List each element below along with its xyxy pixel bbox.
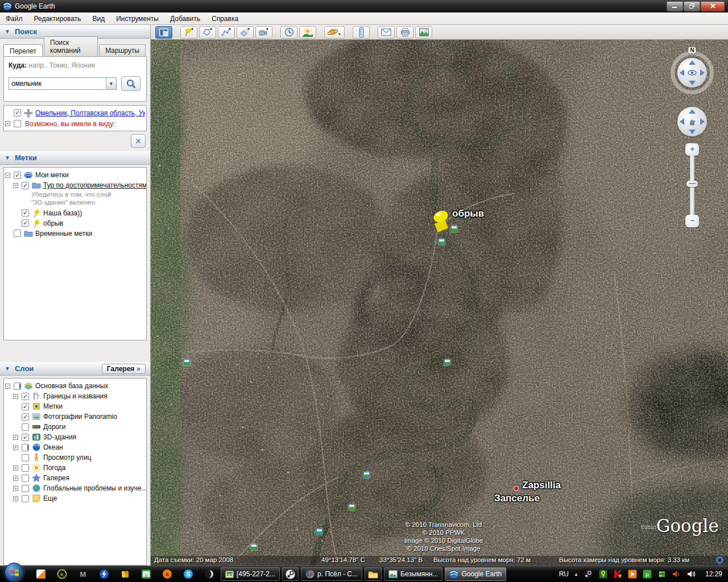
save-image-button[interactable] <box>415 26 432 39</box>
taskbar-window-google-earth[interactable]: Google Earth <box>445 567 506 581</box>
checkbox[interactable]: ✓ <box>22 413 29 421</box>
zoom-out-button[interactable]: − <box>685 215 699 227</box>
expand-icon[interactable]: + <box>13 476 18 481</box>
search-input[interactable] <box>9 78 106 89</box>
icq-tray-icon[interactable] <box>657 569 667 579</box>
move-right-arrow-icon[interactable] <box>700 118 705 125</box>
checkbox[interactable]: ✓ <box>22 219 29 227</box>
tab-directions[interactable]: Маршруты <box>99 44 146 56</box>
taskbar-clock[interactable]: 12:29 <box>705 570 722 578</box>
expand-icon[interactable]: + <box>13 465 18 471</box>
expand-icon[interactable]: + <box>13 445 18 450</box>
taskbar-window-paint[interactable]: Безымянн... <box>384 567 442 581</box>
checkbox[interactable]: ✓ <box>22 423 29 431</box>
tab-fly-to[interactable]: Перелет <box>3 44 43 57</box>
checkbox[interactable]: ✓ <box>22 454 29 462</box>
show-hidden-icons-button[interactable]: ▲ <box>574 572 578 577</box>
zoom-in-button[interactable]: + <box>685 143 699 156</box>
panoramio-photo-icon[interactable] <box>363 472 370 478</box>
toggle-sidebar-button[interactable] <box>155 26 172 39</box>
media-player-icon[interactable] <box>204 568 215 580</box>
checkbox[interactable]: ✓ <box>22 403 29 410</box>
tab-find-businesses[interactable]: Поиск компаний <box>44 36 98 56</box>
result-checkbox[interactable]: ✓ <box>14 109 21 117</box>
look-left-arrow-icon[interactable] <box>680 69 684 76</box>
checkbox[interactable]: ✓ <box>22 485 29 492</box>
layer-gallery[interactable]: + ✓ Галерея <box>13 473 145 483</box>
start-button[interactable] <box>5 563 24 582</box>
suggestion-checkbox[interactable]: ✓ <box>14 120 21 127</box>
volume-red-tray-icon[interactable] <box>672 569 682 579</box>
tree-item-obryv[interactable]: ✓ обрыв <box>13 218 145 228</box>
expand-icon[interactable]: + <box>13 496 18 501</box>
taskbar-window-firefox[interactable]: р. Псёл - С... <box>301 567 362 581</box>
planets-button[interactable] <box>324 26 345 39</box>
tree-item-nasha-baza[interactable]: ✓ Наша база)) <box>13 208 145 218</box>
volume-tray-icon[interactable] <box>687 569 697 579</box>
tree-item-link[interactable]: Тур по достопримечательностям <box>43 181 147 189</box>
layer-street-view[interactable]: ✓ Просмотр улиц <box>13 452 145 463</box>
kaspersky-tray-icon[interactable] <box>613 569 623 579</box>
collapse-icon[interactable]: − <box>5 384 10 389</box>
qip-icon[interactable] <box>35 568 47 580</box>
player-tray-icon[interactable] <box>628 569 638 579</box>
add-placemark-button[interactable] <box>180 26 197 39</box>
kmplayer-icon[interactable]: K <box>56 568 68 580</box>
map-viewport[interactable]: обрыв Zapsillia Запселье © 2010 Transnav… <box>151 40 728 566</box>
title-bar[interactable]: Google Earth <box>0 0 728 13</box>
minimize-button[interactable] <box>667 2 683 11</box>
look-up-arrow-icon[interactable] <box>689 60 696 65</box>
checkbox[interactable]: ✓ <box>14 383 21 390</box>
restore-button[interactable] <box>684 2 700 11</box>
icq-gold-icon[interactable] <box>119 568 131 580</box>
look-joystick[interactable] <box>677 58 707 88</box>
print-button[interactable] <box>396 26 413 39</box>
sunlight-button[interactable] <box>299 26 316 39</box>
layer-weather[interactable]: + ✓ Погода <box>13 463 145 473</box>
obryv-pushpin[interactable] <box>427 209 452 246</box>
menu-add[interactable]: Добавить <box>164 13 206 24</box>
checkbox[interactable]: ✓ <box>22 475 29 482</box>
search-result-row[interactable]: ✓ Омельник, Полтавская область, Укр <box>5 107 145 118</box>
menu-view[interactable]: Вид <box>86 13 110 24</box>
gallery-button[interactable]: Галерея » <box>102 364 146 374</box>
look-down-arrow-icon[interactable] <box>689 81 696 85</box>
panoramio-photo-icon[interactable] <box>184 359 190 365</box>
placemark-label-obryv[interactable]: обрыв <box>452 208 484 219</box>
clear-search-button[interactable]: ✕ <box>131 134 146 148</box>
add-path-button[interactable] <box>218 26 235 39</box>
expand-icon[interactable]: + <box>13 394 18 399</box>
aimp-icon[interactable]: A <box>162 568 173 580</box>
checkbox[interactable]: ✓ <box>14 230 21 237</box>
record-tour-button[interactable] <box>255 26 272 39</box>
layer-placemarks[interactable]: ✓ Метки <box>13 401 145 411</box>
add-polygon-button[interactable] <box>199 26 216 39</box>
combo-dropdown-button[interactable]: ▼ <box>106 78 116 89</box>
checkbox[interactable]: ✓ <box>22 393 29 400</box>
panoramio-photo-icon[interactable] <box>316 529 322 535</box>
tree-item-my-places[interactable]: − ✓ Мои метки <box>5 170 145 180</box>
search-button[interactable] <box>121 76 140 91</box>
download-master-icon[interactable] <box>98 568 110 580</box>
layer-ocean[interactable]: + ✓ Океан <box>13 442 145 452</box>
layer-borders-labels[interactable]: + ✓ Границы и названия <box>13 391 145 401</box>
expand-icon[interactable]: + <box>13 435 18 440</box>
panoramio-photo-icon[interactable] <box>251 544 257 550</box>
checkbox[interactable]: ✓ <box>22 444 29 451</box>
move-up-arrow-icon[interactable] <box>689 109 696 114</box>
checkbox[interactable]: ✓ <box>14 172 21 179</box>
layers-panel-header[interactable]: ▼ Слои Галерея » <box>0 362 150 376</box>
menu-file[interactable]: Файл <box>0 13 28 24</box>
taskbar-window-explorer[interactable] <box>365 567 382 581</box>
layer-roads[interactable]: ✓ Дороги <box>13 422 145 432</box>
places-panel-header[interactable]: ▼ Метки <box>0 151 150 165</box>
checkbox[interactable]: ✓ <box>22 464 29 472</box>
town-label-en[interactable]: Zapsillia <box>522 480 561 491</box>
search-result-link[interactable]: Омельник, Полтавская область, Укр <box>35 109 145 117</box>
expand-icon[interactable]: + <box>13 183 18 188</box>
menu-help[interactable]: Справка <box>206 13 244 24</box>
layer-panoramio[interactable]: ✓ Фотографии Panoramio <box>13 411 145 422</box>
checkbox[interactable]: ✓ <box>22 495 29 502</box>
move-down-arrow-icon[interactable] <box>689 130 696 134</box>
punto-switcher-tray-icon[interactable] <box>598 569 608 579</box>
